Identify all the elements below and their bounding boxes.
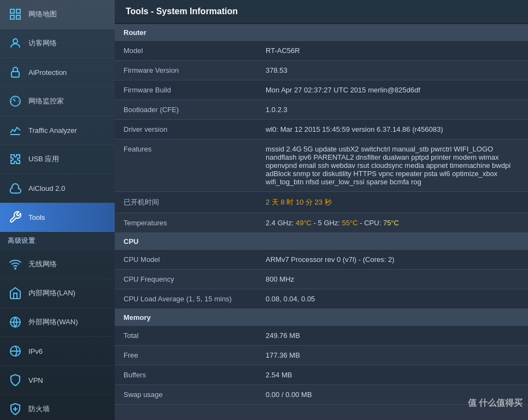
table-row: Buffers 2.54 MB	[115, 365, 528, 385]
row-label: Driver version	[115, 120, 257, 139]
svg-rect-2	[16, 15, 20, 19]
sidebar-item-usb-apps[interactable]: USB 应用	[0, 145, 115, 174]
sidebar-item-label: 防火墙	[28, 404, 50, 414]
page-title: Tools - System Information	[115, 0, 528, 24]
table-row: Firmware Version 378.53	[115, 61, 528, 80]
sidebar-item-label: 网络地图	[28, 9, 57, 19]
grid-icon	[8, 7, 23, 22]
row-value: 177.36 MB	[257, 346, 528, 365]
row-label: Model	[115, 41, 257, 61]
sidebar-item-label: Traffic Analyzer	[28, 126, 77, 135]
wifi-icon	[8, 256, 23, 272]
row-value: 249.76 MB	[257, 326, 528, 346]
sidebar-item-aicloud[interactable]: AiCloud 2.0	[0, 174, 115, 203]
home-icon	[8, 285, 23, 301]
sidebar-item-network-map[interactable]: 网络地图	[0, 0, 115, 29]
sidebar-item-label: 无线网络	[28, 259, 57, 269]
row-label: Bootloader (CFE)	[115, 100, 257, 120]
cpu-section-header: CPU	[115, 233, 528, 250]
sidebar-item-label: USB 应用	[28, 154, 59, 164]
temp-24ghz-value: 49°C	[296, 219, 312, 227]
sidebar-item-network-monitor[interactable]: 网络监控家	[0, 87, 115, 116]
table-row: Free 177.36 MB	[115, 346, 528, 365]
row-value: 0.08, 0.04, 0.05	[257, 289, 528, 309]
lock-icon	[8, 65, 23, 80]
row-label: Buffers	[115, 365, 257, 385]
row-value: 378.53	[257, 61, 528, 80]
sidebar-item-vpn[interactable]: VPN	[0, 366, 115, 395]
row-label: Firmware Build	[115, 80, 257, 100]
sidebar-item-guest-network[interactable]: 访客网络	[0, 29, 115, 58]
sidebar-item-label: 内部网络(LAN)	[28, 288, 75, 298]
gauge-icon	[8, 94, 23, 109]
svg-point-4	[13, 39, 17, 43]
sidebar-item-ipv6[interactable]: IPv6	[0, 337, 115, 366]
sidebar-item-label: AiProtection	[28, 68, 67, 77]
content-area: Router Model RT-AC56R Firmware Version 3…	[115, 24, 528, 420]
sidebar-item-tools[interactable]: Tools	[0, 203, 115, 232]
memory-info-table: Total 249.76 MB Free 177.36 MB Buffers 2…	[115, 326, 528, 405]
table-row: Model RT-AC56R	[115, 41, 528, 61]
row-label: CPU Load Average (1, 5, 15 mins)	[115, 289, 257, 309]
svg-rect-5	[11, 72, 19, 77]
sidebar-item-wan[interactable]: 外部网络(WAN)	[0, 308, 115, 337]
shield-icon	[8, 401, 23, 417]
table-row: Driver version wl0: Mar 12 2015 15:45:59…	[115, 120, 528, 139]
row-label: Features	[115, 139, 257, 192]
sidebar-item-firewall[interactable]: 防火墙	[0, 395, 115, 420]
row-value-temperatures: 2.4 GHz: 49°C - 5 GHz: 55°C - CPU: 75°C	[257, 213, 528, 233]
sidebar-item-label: 网络监控家	[28, 96, 64, 106]
row-label: Firmware Version	[115, 61, 257, 80]
table-row: Swap usage 0.00 / 0.00 MB	[115, 385, 528, 405]
row-label: CPU Frequency	[115, 270, 257, 289]
sidebar-item-label: 外部网络(WAN)	[28, 317, 78, 327]
table-row: Temperatures 2.4 GHz: 49°C - 5 GHz: 55°C…	[115, 213, 528, 233]
svg-rect-3	[10, 15, 14, 19]
row-value: 800 MHz	[257, 270, 528, 289]
row-value: Mon Apr 27 02:37:27 UTC 2015 merlin@825d…	[257, 80, 528, 100]
cloud-icon	[8, 180, 23, 196]
row-value: 2.54 MB	[257, 365, 528, 385]
temp-separator1: - 5 GHz:	[314, 219, 342, 227]
shield2-icon	[8, 372, 23, 388]
router-info-table: Model RT-AC56R Firmware Version 378.53 F…	[115, 41, 528, 233]
row-value: mssid 2.4G 5G update usbX2 switchctrl ma…	[257, 139, 528, 192]
sidebar-item-aiprotection[interactable]: AiProtection	[0, 58, 115, 87]
table-row: CPU Load Average (1, 5, 15 mins) 0.08, 0…	[115, 289, 528, 309]
row-value: 1.0.2.3	[257, 100, 528, 120]
memory-section-header: Memory	[115, 309, 528, 326]
row-label: Swap usage	[115, 385, 257, 405]
svg-point-8	[15, 268, 16, 269]
router-section-header: Router	[115, 24, 528, 41]
row-label: Free	[115, 346, 257, 365]
table-row: Bootloader (CFE) 1.0.2.3	[115, 100, 528, 120]
table-row: Features mssid 2.4G 5G update usbX2 swit…	[115, 139, 528, 192]
row-label: Total	[115, 326, 257, 346]
sidebar: 网络地图 访客网络 AiProtection 网络监控家	[0, 0, 115, 420]
globe-icon	[8, 314, 23, 330]
table-row: 已开机时间 2 天 8 时 10 分 23 秒	[115, 192, 528, 213]
globe2-icon	[8, 343, 23, 359]
cpu-info-table: CPU Model ARMv7 Processor rev 0 (v7l) - …	[115, 250, 528, 309]
sidebar-item-wireless[interactable]: 无线网络	[0, 250, 115, 279]
table-row: CPU Model ARMv7 Processor rev 0 (v7l) - …	[115, 250, 528, 270]
puzzle-icon	[8, 151, 23, 167]
main-content: Tools - System Information Router Model …	[115, 0, 528, 420]
table-row: CPU Frequency 800 MHz	[115, 270, 528, 289]
row-value: ARMv7 Processor rev 0 (v7l) - (Cores: 2)	[257, 250, 528, 270]
chart-icon	[8, 122, 23, 138]
sidebar-section-advanced: 高级设置	[0, 232, 115, 250]
sidebar-item-traffic-analyzer[interactable]: Traffic Analyzer	[0, 116, 115, 145]
row-value: RT-AC56R	[257, 41, 528, 61]
row-value: wl0: Mar 12 2015 15:45:59 version 6.37.1…	[257, 120, 528, 139]
sidebar-item-lan[interactable]: 内部网络(LAN)	[0, 279, 115, 308]
sidebar-item-label: AiCloud 2.0	[28, 184, 65, 192]
person-icon	[8, 36, 23, 51]
row-label: 已开机时间	[115, 192, 257, 213]
sidebar-item-label: Tools	[28, 213, 45, 221]
sidebar-item-label: 访客网络	[28, 38, 57, 48]
temp-cpu-value: 75°C	[383, 219, 399, 227]
row-value-uptime: 2 天 8 时 10 分 23 秒	[257, 192, 528, 213]
table-row: Firmware Build Mon Apr 27 02:37:27 UTC 2…	[115, 80, 528, 100]
wrench-icon	[8, 209, 23, 225]
